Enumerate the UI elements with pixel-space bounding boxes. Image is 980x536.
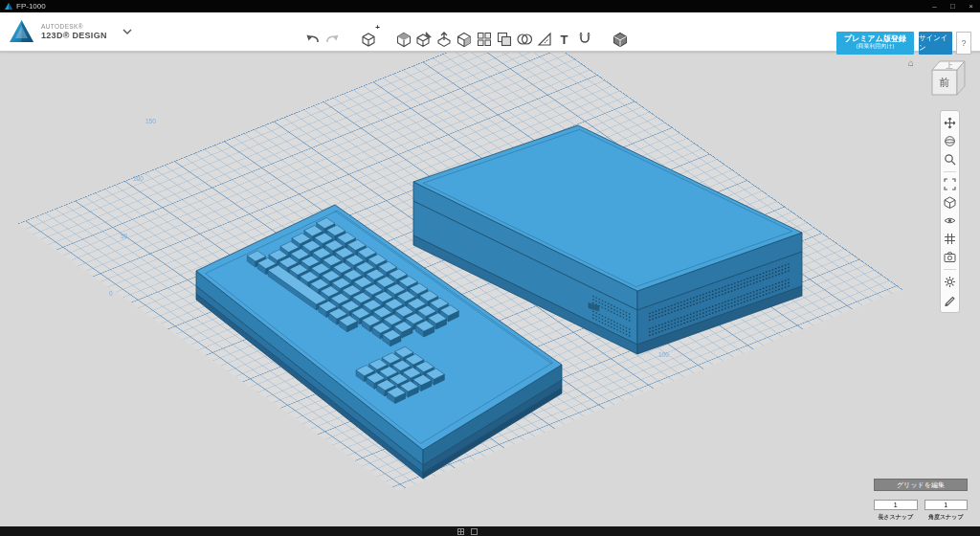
fit-view-button[interactable]	[941, 175, 959, 193]
viewport[interactable]: 150 100 50 0 50 100 ⌂ 前 上	[0, 53, 980, 526]
divider	[944, 171, 956, 172]
maximize-button[interactable]: □	[944, 0, 962, 12]
snap-length-label: 長さスナップ	[874, 513, 918, 522]
pan-button[interactable]	[941, 114, 959, 132]
axis-label: 150	[145, 118, 156, 124]
pattern-button[interactable]	[474, 27, 494, 52]
main-toolbar: AUTODESK® 123D® DESIGN +	[0, 12, 980, 52]
undo-button[interactable]	[302, 27, 323, 52]
sketch-button[interactable]	[413, 27, 434, 52]
tool-strip: +	[302, 27, 630, 52]
combine-button[interactable]	[514, 27, 534, 52]
app-menu[interactable]: AUTODESK® 123D® DESIGN	[9, 19, 132, 44]
primitives-button[interactable]	[393, 27, 413, 52]
app-window: FP-1000 – □ ×	[0, 0, 980, 536]
home-icon[interactable]: ⌂	[908, 57, 914, 68]
measure-button[interactable]	[534, 27, 554, 52]
app-logo-small-icon	[5, 3, 12, 11]
settings-button[interactable]	[941, 273, 959, 291]
account-area: プレミアム版登録 (商業利用向け) サインイン ?	[836, 32, 971, 55]
redo-button[interactable]	[323, 27, 343, 52]
text-tool-glyph: T	[561, 34, 568, 46]
orbit-button[interactable]	[941, 132, 959, 150]
brand-company: AUTODESK®	[41, 23, 107, 30]
statusbar	[0, 526, 980, 536]
premium-subtitle: (商業利用向け)	[836, 43, 914, 50]
material-button[interactable]	[610, 27, 630, 52]
grid-panel: グリッドを編集 長さスナップ 角度スナップ	[874, 479, 968, 522]
snap-angle-input[interactable]	[924, 500, 969, 510]
viewcube-front-label: 前	[939, 77, 950, 88]
help-button[interactable]: ?	[956, 32, 971, 55]
view-style-button[interactable]	[941, 193, 959, 212]
window-title: FP-1000	[16, 2, 46, 11]
insert-primitive-button[interactable]: +	[358, 27, 378, 52]
premium-title: プレミアム版登録	[836, 34, 914, 43]
grid-toggle-button[interactable]	[941, 230, 959, 248]
construct-button[interactable]	[434, 27, 454, 52]
axis-label: 100	[133, 175, 144, 182]
app-logo-icon	[9, 19, 34, 44]
plus-badge: +	[375, 23, 380, 32]
snap-button[interactable]	[574, 27, 594, 52]
view-toolbar	[940, 110, 960, 313]
edit-grid-button[interactable]: グリッドを編集	[874, 479, 968, 491]
chevron-down-icon[interactable]	[122, 29, 132, 34]
close-button[interactable]: ×	[962, 0, 980, 12]
axis-label: 50	[121, 233, 127, 239]
brand-text: AUTODESK® 123D® DESIGN	[41, 23, 107, 40]
axis-label: 100	[658, 351, 669, 358]
zoom-button[interactable]	[941, 150, 959, 168]
snap-angle-label: 角度スナップ	[924, 513, 969, 522]
premium-button[interactable]: プレミアム版登録 (商業利用向け)	[836, 32, 914, 55]
screenshot-button[interactable]	[941, 248, 959, 266]
window-titlebar: FP-1000 – □ ×	[0, 0, 980, 12]
divider	[944, 269, 956, 270]
brand-product: 123D® DESIGN	[41, 31, 107, 40]
axis-label: 50	[519, 384, 525, 391]
snap-length-input[interactable]	[874, 500, 918, 510]
minimize-button[interactable]: –	[925, 0, 944, 12]
viewcube[interactable]: ⌂ 前 上	[908, 56, 966, 101]
grouping-button[interactable]	[494, 27, 514, 52]
annotate-button[interactable]	[941, 291, 959, 309]
statusbar-grid-icon[interactable]	[457, 528, 464, 535]
signin-button[interactable]: サインイン	[919, 32, 952, 55]
text-button[interactable]: T	[554, 27, 574, 52]
statusbar-units-icon[interactable]	[471, 528, 478, 535]
modify-button[interactable]	[454, 27, 474, 52]
axis-label: 0	[109, 290, 113, 297]
viewcube-top-label: 上	[946, 61, 953, 70]
visibility-button[interactable]	[941, 212, 959, 230]
